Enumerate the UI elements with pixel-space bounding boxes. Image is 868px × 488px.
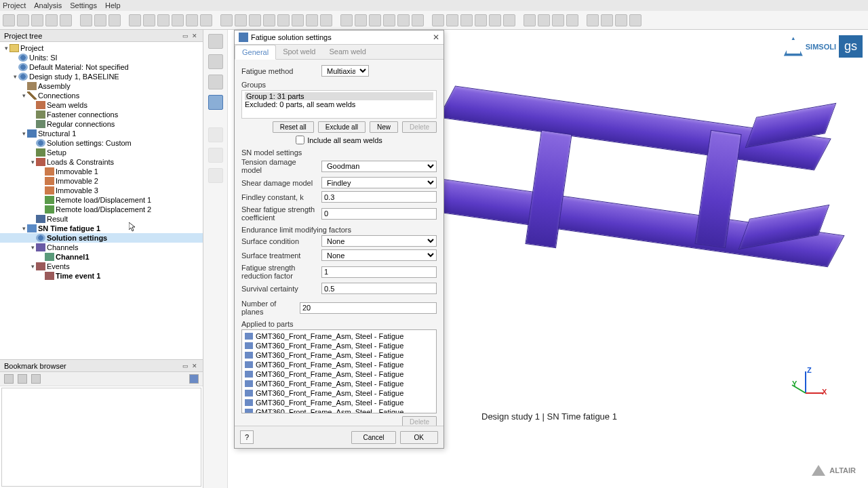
toolbar-btn-37[interactable] (566, 14, 578, 26)
toolbar-btn-10[interactable] (157, 14, 170, 26)
tree-item[interactable]: ▾Events (0, 262, 203, 271)
tree-item[interactable]: ▾Project (0, 43, 203, 53)
ok-button[interactable]: OK (400, 431, 438, 444)
toolbar-btn-22[interactable] (340, 14, 353, 26)
toolbar-btn-20[interactable] (306, 14, 318, 26)
bm-tool-3[interactable] (31, 374, 41, 384)
part-row[interactable]: GMT360_Front_Frame_Asm, Steel - Fatigue (243, 341, 435, 350)
tree-item[interactable]: Solution settings: Custom (0, 138, 203, 148)
findley-input[interactable] (321, 191, 437, 203)
part-row[interactable]: GMT360_Front_Frame_Asm, Steel - Fatigue (243, 350, 435, 360)
group-row[interactable]: Group 1: 31 parts (245, 92, 433, 100)
toolbar-btn-31[interactable] (475, 14, 487, 26)
new-button[interactable]: New (370, 121, 398, 133)
vp-btn-3[interactable] (208, 75, 223, 89)
menu-help[interactable]: Help (105, 1, 121, 9)
tree-item[interactable]: Solution settings (0, 233, 203, 243)
tree-item[interactable]: ▾Structural 1 (0, 129, 203, 138)
toolbar-btn-7[interactable] (108, 14, 121, 26)
toolbar-btn-25[interactable] (383, 14, 395, 26)
menu-project[interactable]: Project (3, 1, 26, 9)
tree-item[interactable]: Time event 1 (0, 271, 203, 281)
coeff-input[interactable] (321, 208, 437, 220)
tree-item[interactable]: Result (0, 214, 203, 224)
toolbar-btn-15[interactable] (235, 14, 247, 26)
tree-item[interactable]: ▾Connections (0, 91, 203, 100)
tree-item[interactable]: Immovable 1 (0, 167, 203, 176)
camera-icon[interactable] (189, 374, 199, 384)
help-button[interactable]: ? (240, 430, 254, 444)
tree-item[interactable]: Immovable 2 (0, 176, 203, 186)
toolbar-btn-21[interactable] (320, 14, 332, 26)
strength-input[interactable] (321, 266, 437, 278)
part-row[interactable]: GMT360_Front_Frame_Asm, Steel - Fatigue (243, 398, 435, 407)
toolbar-btn-41[interactable] (629, 14, 642, 26)
tension-select[interactable]: Goodman (321, 161, 437, 172)
vp-btn-4[interactable] (208, 95, 223, 110)
toolbar-btn-34[interactable] (524, 14, 536, 26)
axis-triad[interactable]: Z Y X (785, 366, 833, 413)
planes-input[interactable] (300, 302, 437, 314)
menu-settings[interactable]: Settings (70, 1, 97, 9)
vp-btn-7[interactable] (208, 168, 223, 183)
dialog-titlebar[interactable]: Fatigue solution settings ✕ (235, 30, 443, 45)
toolbar-btn-2[interactable] (31, 14, 43, 26)
part-row[interactable]: GMT360_Front_Frame_Asm, Steel - Fatigue (243, 369, 435, 379)
tree-item[interactable]: ▾SN Time fatigue 1 (0, 224, 203, 233)
shear-select[interactable]: Findley (321, 177, 437, 188)
panel-close-icon[interactable]: ✕ (192, 363, 199, 369)
toolbar-btn-13[interactable] (200, 14, 212, 26)
tree-item[interactable]: ▾Channels (0, 243, 203, 252)
tab-general[interactable]: General (235, 45, 276, 60)
reset-all-button[interactable]: Reset all (273, 121, 314, 133)
delete-part-button[interactable]: Delete (402, 416, 437, 426)
toolbar-btn-12[interactable] (186, 14, 198, 26)
parts-list[interactable]: GMT360_Front_Frame_Asm, Steel - FatigueG… (241, 329, 437, 413)
toolbar-btn-38[interactable] (587, 14, 599, 26)
cancel-button[interactable]: Cancel (351, 431, 395, 444)
toolbar-btn-28[interactable] (432, 14, 444, 26)
surfcond-select[interactable]: None (321, 235, 437, 247)
panel-pin-icon[interactable]: ▭ (182, 33, 189, 39)
tree-item[interactable]: Remote load/Displacement 2 (0, 205, 203, 214)
toolbar-btn-33[interactable] (503, 14, 515, 26)
toolbar-btn-5[interactable] (80, 14, 92, 26)
toolbar-btn-24[interactable] (369, 14, 381, 26)
part-row[interactable]: GMT360_Front_Frame_Asm, Steel - Fatigue (243, 407, 435, 413)
toolbar-btn-9[interactable] (143, 14, 155, 26)
toolbar-btn-40[interactable] (615, 14, 627, 26)
tree-item[interactable]: ▾Design study 1, BASELINE (0, 72, 203, 81)
toolbar-btn-17[interactable] (263, 14, 275, 26)
toolbar-btn-14[interactable] (220, 14, 233, 26)
tree-item[interactable]: ▾Loads & Constraints (0, 157, 203, 167)
tab-seam-weld[interactable]: Seam weld (322, 45, 372, 59)
tree-item[interactable]: Remote load/Displacement 1 (0, 195, 203, 205)
tree-item[interactable]: Seam welds (0, 100, 203, 110)
project-tree[interactable]: ▾ProjectUnits: SIDefault Material: Not s… (0, 42, 203, 359)
toolbar-btn-36[interactable] (552, 14, 564, 26)
toolbar-btn-16[interactable] (249, 14, 261, 26)
panel-pin-icon[interactable]: ▭ (182, 363, 189, 369)
toolbar-btn-18[interactable] (277, 14, 290, 26)
group-row[interactable]: Excluded: 0 parts, all seam welds (245, 100, 433, 108)
bm-tool-1[interactable] (4, 374, 14, 384)
toolbar-btn-19[interactable] (292, 14, 304, 26)
toolbar-btn-35[interactable] (538, 14, 550, 26)
groups-list[interactable]: Group 1: 31 parts Excluded: 0 parts, all… (241, 90, 437, 119)
tree-item[interactable]: Setup (0, 148, 203, 157)
fatigue-method-select[interactable]: Multiaxial (321, 65, 369, 77)
exclude-all-button[interactable]: Exclude all (318, 121, 366, 133)
toolbar-btn-11[interactable] (172, 14, 184, 26)
menu-analysis[interactable]: Analysis (34, 1, 62, 9)
survival-input[interactable] (321, 283, 437, 294)
bm-tool-2[interactable] (18, 374, 27, 384)
toolbar-btn-4[interactable] (60, 14, 72, 26)
vp-btn-1[interactable] (208, 34, 223, 49)
part-row[interactable]: GMT360_Front_Frame_Asm, Steel - Fatigue (243, 360, 435, 369)
tree-item[interactable]: Fastener connections (0, 110, 203, 119)
surftreat-select[interactable]: None (321, 249, 437, 261)
toolbar-btn-26[interactable] (397, 14, 410, 26)
part-row[interactable]: GMT360_Front_Frame_Asm, Steel - Fatigue (243, 388, 435, 398)
tree-item[interactable]: Regular connections (0, 119, 203, 129)
tree-item[interactable]: Immovable 3 (0, 186, 203, 195)
